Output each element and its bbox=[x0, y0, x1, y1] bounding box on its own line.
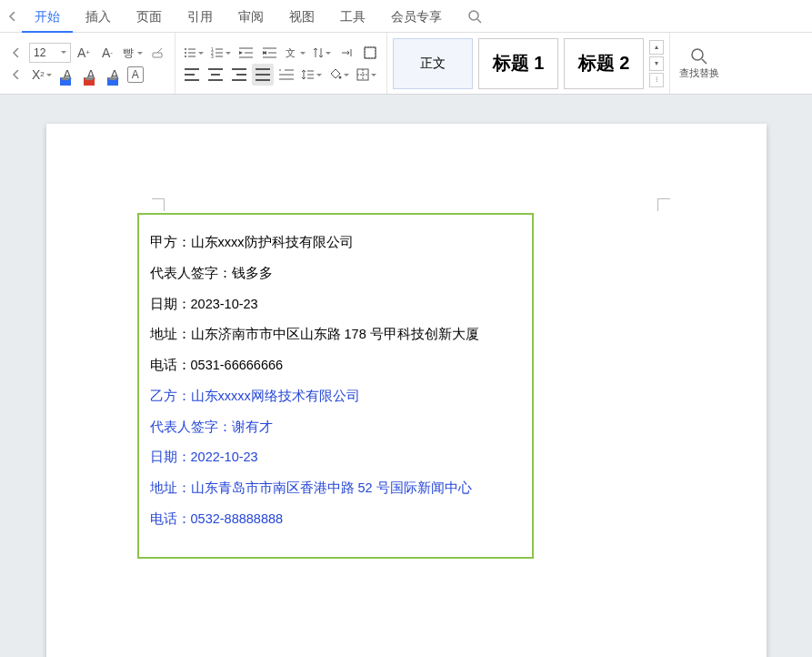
border-icon[interactable] bbox=[354, 64, 379, 86]
svg-point-6 bbox=[185, 52, 186, 54]
line-spacing-icon[interactable] bbox=[299, 64, 325, 86]
style-heading1[interactable]: 标题 1 bbox=[478, 38, 558, 89]
party-a-addr[interactable]: 地址：山东济南市市中区山东路 178 号甲科技创新大厦 bbox=[150, 325, 521, 345]
menu-dropdown2-icon[interactable] bbox=[5, 64, 27, 86]
distribute-icon[interactable] bbox=[276, 64, 297, 86]
font-color-a-icon[interactable]: A bbox=[56, 64, 78, 86]
find-replace-button[interactable]: 查找替换 bbox=[670, 33, 728, 94]
svg-text:3: 3 bbox=[211, 54, 214, 59]
find-replace-icon bbox=[689, 46, 709, 66]
svg-line-38 bbox=[702, 59, 707, 64]
svg-rect-25 bbox=[365, 47, 376, 58]
svg-rect-3 bbox=[153, 53, 162, 57]
style-scroll-down-icon[interactable]: ▾ bbox=[649, 56, 664, 71]
party-a-date[interactable]: 日期：2023-10-23 bbox=[150, 295, 521, 315]
decrease-font-icon[interactable]: A- bbox=[96, 42, 118, 64]
decrease-indent-icon[interactable] bbox=[236, 42, 257, 64]
party-b-tel[interactable]: 电话：0532-88888888 bbox=[150, 510, 521, 530]
superscript-icon[interactable]: X2 bbox=[29, 64, 55, 86]
menu-tab-review[interactable]: 审阅 bbox=[226, 0, 276, 33]
svg-point-37 bbox=[692, 49, 703, 60]
svg-point-33 bbox=[339, 76, 342, 78]
menu-tab-page[interactable]: 页面 bbox=[124, 0, 175, 33]
margin-mark-top-right bbox=[657, 198, 670, 211]
font-size-selector[interactable]: 12 bbox=[29, 43, 71, 63]
show-marks-icon[interactable] bbox=[359, 42, 381, 64]
clear-format-icon[interactable] bbox=[147, 42, 169, 64]
style-scroll-up-icon[interactable]: ▴ bbox=[649, 40, 664, 55]
menu-bar: 开始 插入 页面 引用 审阅 视图 工具 会员专享 bbox=[0, 0, 812, 33]
style-gallery: 正文 标题 1 标题 2 ▴ ▾ ⁝ bbox=[387, 33, 670, 94]
party-a-sign[interactable]: 代表人签字：钱多多 bbox=[150, 264, 521, 284]
party-a-name[interactable]: 甲方：山东xxxx防护科技有限公司 bbox=[150, 233, 521, 253]
svg-text:文: 文 bbox=[286, 47, 296, 58]
search-icon[interactable] bbox=[462, 4, 487, 29]
shading-icon[interactable] bbox=[326, 64, 352, 86]
document-canvas: 甲方：山东xxxx防护科技有限公司 代表人签字：钱多多 日期：2023-10-2… bbox=[0, 95, 812, 657]
text-direction-icon[interactable]: 文 bbox=[283, 42, 308, 64]
party-b-name[interactable]: 乙方：山东xxxxx网络技术有限公司 bbox=[150, 387, 521, 407]
underline-color-icon[interactable]: A bbox=[104, 64, 125, 86]
svg-text:뺭: 뺭 bbox=[123, 46, 134, 59]
party-b-date[interactable]: 日期：2022-10-23 bbox=[150, 448, 521, 468]
svg-rect-24 bbox=[365, 47, 376, 58]
font-size-value: 12 bbox=[34, 46, 45, 59]
find-replace-label: 查找替换 bbox=[679, 66, 719, 80]
margin-mark-top-left bbox=[152, 198, 165, 211]
menu-tab-tools[interactable]: 工具 bbox=[327, 0, 378, 33]
svg-point-4 bbox=[185, 48, 186, 50]
align-left-icon[interactable] bbox=[181, 64, 203, 86]
style-normal-label: 正文 bbox=[420, 56, 446, 72]
style-expand-icon[interactable]: ⁝ bbox=[649, 73, 664, 87]
number-list-icon[interactable]: 123 bbox=[208, 42, 234, 64]
style-heading2-label: 标题 2 bbox=[578, 51, 630, 76]
toolbar: 12 A+ A- 뺭 X2 A A A A bbox=[0, 33, 812, 95]
change-case-icon[interactable]: 뺭 bbox=[120, 42, 145, 64]
svg-line-1 bbox=[477, 19, 481, 23]
highlight-color-icon[interactable]: A bbox=[80, 64, 102, 86]
svg-point-0 bbox=[469, 11, 478, 20]
paragraph-group: 123 文 bbox=[175, 33, 387, 94]
bullet-list-icon[interactable] bbox=[181, 42, 206, 64]
increase-font-icon[interactable]: A+ bbox=[73, 42, 95, 64]
menu-tab-vip[interactable]: 会员专享 bbox=[378, 0, 455, 33]
align-right-icon[interactable] bbox=[228, 64, 250, 86]
menu-dropdown-icon[interactable] bbox=[5, 42, 27, 64]
align-justify-icon[interactable] bbox=[252, 64, 274, 86]
style-heading1-label: 标题 1 bbox=[493, 51, 545, 76]
menu-prev-icon[interactable] bbox=[4, 12, 22, 21]
svg-point-8 bbox=[185, 56, 186, 57]
char-border-icon[interactable]: A bbox=[127, 66, 144, 83]
party-b-sign[interactable]: 代表人签字：谢有才 bbox=[150, 418, 521, 438]
menu-tab-reference[interactable]: 引用 bbox=[175, 0, 226, 33]
menu-tab-start[interactable]: 开始 bbox=[22, 0, 73, 33]
party-a-tel[interactable]: 电话：0531-66666666 bbox=[150, 356, 521, 376]
style-scroll: ▴ ▾ ⁝ bbox=[649, 40, 664, 87]
menu-tab-insert[interactable]: 插入 bbox=[73, 0, 124, 33]
contract-box: 甲方：山东xxxx防护科技有限公司 代表人签字：钱多多 日期：2023-10-2… bbox=[137, 213, 534, 559]
tab-char-icon[interactable] bbox=[336, 42, 357, 64]
sort-icon[interactable] bbox=[310, 42, 334, 64]
party-b-addr[interactable]: 地址：山东青岛市市南区香港中路 52 号国际新闻中心 bbox=[150, 479, 521, 499]
style-normal[interactable]: 正文 bbox=[393, 38, 473, 89]
font-group: 12 A+ A- 뺭 X2 A A A A bbox=[0, 33, 175, 94]
document-page[interactable]: 甲方：山东xxxx防护科技有限公司 代表人签字：钱多多 日期：2023-10-2… bbox=[46, 124, 767, 657]
align-center-icon[interactable] bbox=[205, 64, 226, 86]
increase-indent-icon[interactable] bbox=[259, 42, 281, 64]
style-heading2[interactable]: 标题 2 bbox=[564, 38, 644, 89]
menu-tab-view[interactable]: 视图 bbox=[276, 0, 327, 33]
